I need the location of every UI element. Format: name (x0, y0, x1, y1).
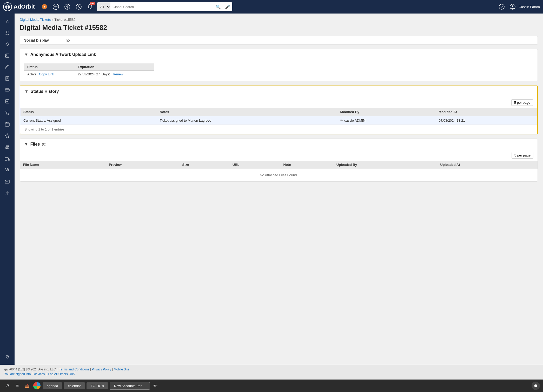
breadcrumb-parent-link[interactable]: Digital Media Tickets (20, 18, 51, 22)
artwork-collapse-icon[interactable]: ▼ (24, 52, 28, 57)
artwork-status-value: Active (27, 72, 36, 76)
svg-rect-36 (5, 158, 8, 160)
files-empty-message: No Attached Files Found. (20, 169, 538, 181)
files-col-uploaded-at: Uploaded At (437, 161, 538, 169)
taskbar-calendar-button[interactable]: calendar (64, 382, 85, 389)
files-collapse-icon[interactable]: ▼ (24, 142, 28, 147)
social-display-card: Social Display no (20, 36, 538, 45)
voice-search-button[interactable]: 🎤 (223, 4, 232, 9)
sidebar-item-contacts[interactable] (2, 28, 12, 38)
sidebar-item-star[interactable] (2, 130, 12, 141)
taskbar-new-accounts-button[interactable]: New Accounts Per ... (110, 382, 150, 390)
sidebar-item-mail[interactable] (2, 176, 12, 187)
status-history-table: Status Notes Modified By Modified At Cur… (20, 108, 537, 125)
svg-rect-17 (5, 54, 9, 57)
svg-point-15 (512, 5, 513, 7)
sidebar-item-home[interactable]: ⌂ (2, 16, 12, 27)
breadcrumb-separator: » (52, 18, 54, 22)
files-section-header: ▼ Files (0) (20, 139, 538, 150)
footer-logout-link[interactable]: Log All Others Out? (48, 372, 75, 376)
help-icon[interactable]: ? (497, 2, 506, 11)
search-scope-select[interactable]: All (97, 2, 110, 11)
col-modified-at: Modified At (436, 108, 538, 116)
sparkle-icon[interactable]: ✦ (40, 2, 49, 11)
footer-signed-in-link[interactable]: You are signed into 3 devices. (4, 372, 46, 376)
artwork-expiration-cell: 22/03/2024 (14 Days) Renew (75, 71, 154, 78)
row-notes: Ticket assigned to Manon Lagreve (157, 116, 337, 125)
artwork-col-expiration: Expiration (75, 63, 154, 71)
svg-rect-35 (6, 148, 8, 149)
sidebar-item-cart[interactable] (2, 108, 12, 118)
sidebar-item-deals[interactable] (2, 39, 12, 49)
svg-marker-33 (5, 134, 9, 138)
sidebar-item-invoices[interactable] (2, 73, 12, 84)
artwork-table-row: Active Copy Link 22/03/2024 (14 Days) Re… (24, 71, 154, 78)
taskbar-edit-icon[interactable]: ✏ (151, 382, 160, 390)
svg-point-16 (6, 31, 8, 33)
files-table-controls: 5 per page (20, 150, 538, 161)
taskbar-mail-icon[interactable]: ✉ (13, 382, 21, 390)
sidebar-item-edit[interactable] (2, 62, 12, 72)
taskbar-inbox-icon[interactable]: 📥 (23, 382, 31, 390)
main-layout: ⌂ (0, 14, 543, 365)
footer-privacy-link[interactable]: Privacy Policy (92, 368, 111, 371)
artwork-col-status: Status (24, 63, 75, 71)
svg-point-38 (8, 160, 9, 161)
add-icon[interactable] (51, 2, 60, 11)
row-status: Current Status: Assigned (20, 116, 157, 125)
svg-point-28 (8, 114, 9, 115)
notification-icon[interactable]: 99+ (86, 2, 95, 11)
sidebar-item-payments[interactable] (2, 85, 12, 95)
sidebar-item-settings[interactable]: ⚙ (2, 352, 12, 362)
row-modified-by: ✏ cassie ADMIN (337, 116, 435, 125)
svg-point-18 (6, 55, 7, 55)
footer-terms-link[interactable]: Terms and Conditions (59, 368, 89, 371)
taskbar-clock-icon[interactable]: ⏱ (3, 382, 11, 390)
footer: qa 76044 [182] | © 2024 Aysling, LLC. | … (0, 365, 543, 380)
files-card: ▼ Files (0) 5 per page File Name Preview… (20, 139, 538, 182)
sidebar-item-word[interactable]: W (2, 165, 12, 175)
taskbar-toggle-icon[interactable]: ⏺ (532, 382, 540, 390)
files-per-page-button[interactable]: 5 per page (512, 152, 533, 159)
svg-text:?: ? (501, 5, 503, 9)
files-count: (0) (42, 142, 46, 146)
col-notes: Notes (157, 108, 337, 116)
artwork-table: Status Expiration Active Copy Link 22/03… (24, 63, 154, 78)
navbar: AdOrbit ✦ 99+ All 🔍 🎤 ? Cassie Pataro (0, 0, 543, 14)
edit-icon[interactable]: ✏ (340, 118, 343, 122)
taskbar-todo-button[interactable]: TO-DO's (87, 382, 108, 389)
link-icon[interactable] (63, 2, 72, 11)
user-menu[interactable]: Cassie Pataro (508, 2, 540, 11)
search-input[interactable] (110, 5, 214, 9)
search-submit-button[interactable]: 🔍 (214, 4, 223, 9)
sidebar-item-print[interactable] (2, 142, 12, 152)
renew-link-button[interactable]: Renew (113, 72, 123, 76)
sidebar-item-truck[interactable] (2, 153, 12, 164)
files-col-url: URL (229, 161, 280, 169)
svg-point-27 (7, 114, 8, 115)
sidebar-item-tasks[interactable] (2, 96, 12, 107)
taskbar-color-icon[interactable] (33, 382, 41, 390)
sidebar-item-chart[interactable] (2, 188, 12, 198)
sidebar-item-calendar[interactable] (2, 119, 12, 129)
footer-session-line: You are signed into 3 devices. | Log All… (4, 372, 539, 376)
user-name: Cassie Pataro (519, 5, 540, 9)
files-section-title: Files (30, 142, 40, 147)
footer-copyright-text: qa 76044 [182] | © 2024 Aysling, LLC. | (4, 368, 58, 371)
footer-mobile-link[interactable]: Mobile Site (114, 368, 129, 371)
files-table: File Name Preview Size URL Note Uploaded… (20, 161, 538, 181)
notification-badge: 99+ (90, 2, 95, 5)
taskbar: ⏱ ✉ 📥 agenda calendar TO-DO's New Accoun… (0, 380, 543, 392)
status-history-card: ▼ Status History 5 per page Status Notes… (20, 86, 538, 134)
footer-copyright-line: qa 76044 [182] | © 2024 Aysling, LLC. | … (4, 368, 539, 371)
page-title: Digital Media Ticket #15582 (20, 24, 538, 32)
social-display-value: no (66, 38, 70, 42)
app-logo[interactable]: AdOrbit (3, 2, 35, 11)
history-icon[interactable] (74, 2, 83, 11)
copy-link-button[interactable]: Copy Link (39, 72, 54, 76)
sidebar: ⌂ (0, 14, 15, 365)
status-history-collapse-icon[interactable]: ▼ (24, 89, 29, 94)
taskbar-agenda-button[interactable]: agenda (43, 382, 62, 389)
sidebar-item-media[interactable] (2, 50, 12, 61)
status-history-per-page-button[interactable]: 5 per page (511, 99, 533, 106)
